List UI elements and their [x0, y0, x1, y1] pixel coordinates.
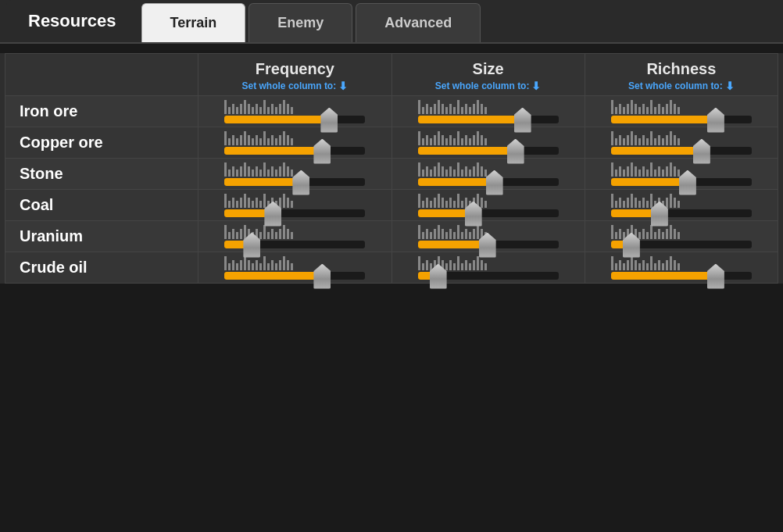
size-set-text: Set whole column to: — [435, 80, 530, 91]
slider-widget[interactable] — [406, 131, 570, 155]
slider-track[interactable] — [224, 209, 365, 217]
tab-advanced[interactable]: Advanced — [356, 3, 481, 42]
slider-row — [224, 147, 365, 155]
slider-fill — [418, 178, 495, 186]
richness-cell — [585, 221, 778, 252]
main-content: Frequency Set whole column to: ⬇ Size Se… — [0, 53, 783, 284]
slider-widget[interactable] — [599, 162, 763, 186]
frequency-down-icon: ⬇ — [338, 80, 348, 92]
empty-header — [5, 54, 198, 96]
slider-row — [611, 116, 752, 123]
slider-row — [611, 147, 752, 155]
slider-widget[interactable] — [213, 225, 377, 248]
slider-track[interactable] — [418, 272, 559, 280]
slider-fill — [224, 272, 323, 280]
slider-widget[interactable] — [406, 225, 570, 248]
slider-ticks — [224, 100, 365, 114]
slider-fill — [611, 116, 717, 123]
slider-row — [418, 116, 559, 123]
richness-header: Richness Set whole column to: ⬇ — [585, 54, 778, 96]
size-cell — [392, 159, 585, 190]
frequency-cell — [198, 127, 392, 159]
size-cell — [392, 96, 585, 127]
resource-name: Coal — [5, 190, 198, 221]
slider-ticks — [611, 256, 752, 270]
slider-row — [611, 241, 752, 248]
slider-fill — [224, 178, 302, 186]
slider-track[interactable] — [611, 147, 752, 155]
slider-fill — [418, 147, 517, 155]
slider-track[interactable] — [611, 178, 752, 186]
slider-row — [418, 178, 559, 186]
slider-widget[interactable] — [213, 194, 377, 217]
table-row: Crude oil — [5, 252, 778, 284]
slider-widget[interactable] — [406, 162, 570, 186]
tab-terrain[interactable]: Terrain — [141, 3, 246, 42]
size-header: Size Set whole column to: ⬇ — [392, 54, 585, 96]
resource-name: Crude oil — [5, 252, 198, 284]
slider-track[interactable] — [418, 116, 559, 123]
frequency-title: Frequency — [256, 60, 334, 78]
richness-cell — [585, 252, 778, 284]
slider-fill — [611, 272, 717, 280]
size-set-column[interactable]: Set whole column to: ⬇ — [435, 80, 542, 92]
table-row: Stone — [5, 159, 778, 190]
slider-track[interactable] — [418, 209, 559, 217]
slider-widget[interactable] — [213, 131, 377, 155]
slider-widget[interactable] — [213, 162, 377, 186]
slider-ticks — [611, 100, 752, 114]
slider-widget[interactable] — [406, 100, 570, 123]
slider-fill — [611, 147, 703, 155]
slider-track[interactable] — [418, 241, 559, 248]
slider-widget[interactable] — [599, 225, 763, 248]
slider-track[interactable] — [224, 241, 365, 248]
slider-row — [224, 116, 365, 123]
slider-track[interactable] — [418, 147, 559, 155]
slider-widget[interactable] — [599, 256, 763, 280]
slider-track[interactable] — [611, 241, 752, 248]
slider-widget[interactable] — [599, 100, 763, 123]
richness-title: Richness — [646, 60, 716, 78]
frequency-cell — [198, 221, 392, 252]
resource-name: Stone — [5, 159, 198, 190]
size-title: Size — [473, 60, 504, 78]
slider-widget[interactable] — [599, 131, 763, 155]
slider-track[interactable] — [611, 116, 752, 123]
slider-fill — [224, 116, 330, 123]
slider-widget[interactable] — [599, 194, 763, 217]
slider-ticks — [224, 256, 365, 270]
richness-cell — [585, 159, 778, 190]
slider-row — [418, 241, 559, 248]
richness-down-icon: ⬇ — [725, 80, 735, 92]
header-row: Frequency Set whole column to: ⬇ Size Se… — [5, 54, 778, 96]
slider-fill — [224, 147, 323, 155]
slider-ticks — [418, 131, 559, 145]
slider-track[interactable] — [224, 178, 365, 186]
slider-row — [418, 209, 559, 217]
slider-track[interactable] — [611, 272, 752, 280]
slider-ticks — [611, 131, 752, 145]
slider-ticks — [224, 131, 365, 145]
slider-row — [418, 272, 559, 280]
frequency-cell — [198, 96, 392, 127]
slider-track[interactable] — [224, 116, 365, 123]
tab-enemy[interactable]: Enemy — [248, 3, 352, 42]
slider-ticks — [224, 194, 365, 208]
slider-widget[interactable] — [406, 194, 570, 217]
richness-set-column[interactable]: Set whole column to: ⬇ — [628, 80, 735, 92]
frequency-set-column[interactable]: Set whole column to: ⬇ — [242, 80, 349, 92]
tab-resources[interactable]: Resources — [6, 0, 138, 42]
resource-name: Copper ore — [5, 127, 198, 159]
frequency-cell — [198, 252, 392, 284]
slider-fill — [418, 116, 524, 123]
slider-track[interactable] — [611, 209, 752, 217]
slider-widget[interactable] — [213, 256, 377, 280]
slider-track[interactable] — [224, 147, 365, 155]
slider-ticks — [418, 194, 559, 208]
slider-widget[interactable] — [406, 256, 570, 280]
slider-track[interactable] — [418, 178, 559, 186]
slider-track[interactable] — [224, 272, 365, 280]
frequency-header: Frequency Set whole column to: ⬇ — [198, 54, 392, 96]
size-cell — [392, 221, 585, 252]
slider-widget[interactable] — [213, 100, 377, 123]
